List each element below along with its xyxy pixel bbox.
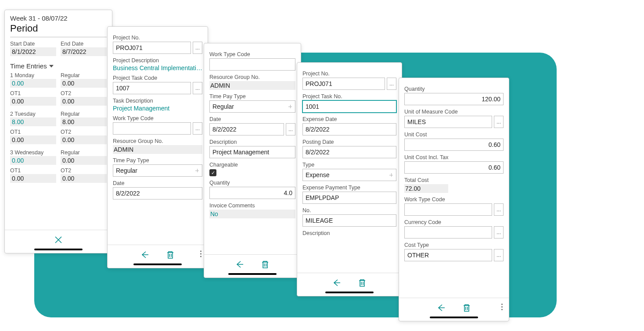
expense-payment-type-label: Expense Payment Type	[302, 185, 396, 191]
timesheet-summary-panel: Week 31 - 08/07/22 Period Start Date 8/1…	[4, 10, 112, 253]
project-no-input[interactable]: PROJ071	[113, 42, 191, 54]
home-indicator	[34, 249, 83, 250]
uom-input[interactable]: MILES	[404, 116, 492, 128]
back-button[interactable]	[139, 249, 151, 261]
lookup-button[interactable]: ...	[286, 123, 295, 135]
day-value[interactable]: 0.00	[10, 79, 56, 88]
back-button[interactable]	[234, 258, 246, 270]
more-button[interactable]	[501, 304, 503, 310]
quantity-input[interactable]: 120.00	[404, 93, 504, 105]
close-button[interactable]	[52, 234, 65, 246]
trash-icon	[260, 259, 270, 270]
ellipsis-icon: ...	[496, 252, 501, 258]
resource-group-label: Resource Group No.	[209, 74, 295, 80]
work-type-input[interactable]	[209, 58, 295, 71]
delete-button[interactable]	[259, 258, 271, 270]
back-button[interactable]	[435, 302, 447, 314]
project-no-input[interactable]: PROJ071	[302, 78, 385, 90]
chargeable-label: Chargeable	[209, 162, 295, 168]
posting-date-label: Posting Date	[302, 139, 396, 145]
time-entries-label: Time Entries	[10, 62, 47, 70]
home-indicator	[228, 273, 277, 275]
type-label: Type	[302, 162, 396, 168]
lookup-button[interactable]: ...	[494, 203, 504, 216]
time-pay-label: Time Pay Type	[209, 93, 295, 100]
ellipsis-icon: ...	[195, 45, 200, 51]
lookup-button[interactable]: ...	[193, 42, 202, 54]
ellipsis-icon: ...	[195, 85, 200, 91]
date-input[interactable]: 8/2/2022	[209, 123, 284, 135]
project-task-no-input[interactable]: 1001	[302, 100, 396, 113]
unit-cost-input[interactable]: 0.60	[404, 139, 504, 151]
description-label: Description	[302, 230, 396, 236]
arrow-left-icon	[140, 249, 150, 260]
ellipsis-icon: ...	[195, 125, 200, 132]
date-label: Date	[113, 180, 202, 186]
lookup-button[interactable]: ...	[494, 226, 504, 238]
description-input[interactable]: Project Management	[209, 146, 295, 158]
regular-label: Regular	[61, 149, 107, 156]
project-no-label: Project No.	[302, 71, 396, 77]
total-cost-label: Total Cost	[404, 177, 504, 183]
arrow-left-icon	[234, 259, 245, 270]
back-button[interactable]	[331, 277, 343, 289]
ellipsis-icon: ...	[496, 229, 501, 235]
ot1-label: OT1	[10, 129, 56, 135]
lookup-button[interactable]: ...	[193, 82, 202, 94]
quantity-label: Quantity	[404, 86, 504, 92]
arrow-left-icon	[436, 303, 446, 313]
end-date-value: 8/7/2022	[61, 47, 107, 56]
expense-date-input[interactable]: 8/2/2022	[302, 123, 396, 135]
chargeable-checkbox[interactable]: ✓	[209, 169, 216, 176]
no-input[interactable]: MILEAGE	[302, 214, 396, 227]
ot2-label: OT2	[61, 90, 107, 96]
week-title: Week 31 - 08/07/22	[10, 14, 107, 22]
delete-button[interactable]	[461, 302, 473, 314]
ellipsis-icon: ...	[389, 81, 394, 87]
task-desc-value[interactable]: Project Management	[113, 105, 202, 112]
project-desc-label: Project Description	[113, 57, 202, 64]
ot2-value: 0.00	[61, 174, 107, 183]
cost-type-label: Cost Type	[404, 242, 504, 248]
end-date-label: End Date	[61, 41, 107, 47]
task-code-label: Project Task Code	[113, 75, 202, 81]
type-select[interactable]: Expense	[302, 169, 396, 181]
chevron-down-icon	[49, 65, 54, 68]
invoice-comments-label: Invoice Comments	[209, 203, 295, 209]
project-desc-value[interactable]: Business Central Implementation.	[113, 64, 202, 71]
posting-date-input[interactable]: 8/2/2022	[302, 146, 396, 158]
task-code-input[interactable]: 1007	[113, 82, 191, 94]
work-type-input[interactable]	[404, 203, 492, 216]
quantity-input[interactable]: 4.0	[209, 187, 295, 199]
time-pay-select[interactable]: Regular	[113, 164, 202, 177]
date-input[interactable]: 8/2/2022	[113, 187, 202, 199]
no-label: No.	[302, 207, 396, 214]
time-entries-toggle[interactable]: Time Entries	[10, 62, 107, 70]
time-entry-detail-panel-1: Project No. PROJ071 ... Project Descript…	[107, 26, 208, 268]
expense-payment-type-input[interactable]: EMPLPDAP	[302, 192, 396, 204]
lookup-button[interactable]: ...	[193, 122, 202, 135]
lookup-button[interactable]: ...	[494, 249, 504, 261]
project-no-label: Project No.	[113, 35, 202, 41]
unit-cost-tax-input[interactable]: 0.60	[404, 161, 504, 174]
day-value[interactable]: 8.00	[10, 117, 56, 126]
expense-date-label: Expense Date	[302, 116, 396, 122]
delete-button[interactable]	[164, 249, 176, 261]
unit-cost-tax-label: Unit Cost Incl. Tax	[404, 154, 504, 160]
work-type-input[interactable]	[113, 122, 191, 135]
trash-icon	[461, 303, 472, 313]
invoice-comments-value[interactable]: No	[209, 210, 295, 218]
regular-label: Regular	[61, 72, 107, 78]
lookup-button[interactable]: ...	[387, 78, 396, 90]
day-value[interactable]: 0.00	[10, 156, 56, 165]
more-button[interactable]	[200, 251, 201, 257]
ellipsis-icon: ...	[496, 119, 501, 125]
time-pay-select[interactable]: Regular	[209, 100, 295, 113]
home-indicator	[133, 263, 182, 265]
trash-icon	[357, 278, 367, 288]
currency-input[interactable]	[404, 226, 492, 238]
home-indicator	[430, 317, 478, 318]
delete-button[interactable]	[356, 277, 368, 289]
cost-type-input[interactable]: OTHER	[404, 249, 492, 261]
lookup-button[interactable]: ...	[494, 116, 504, 128]
